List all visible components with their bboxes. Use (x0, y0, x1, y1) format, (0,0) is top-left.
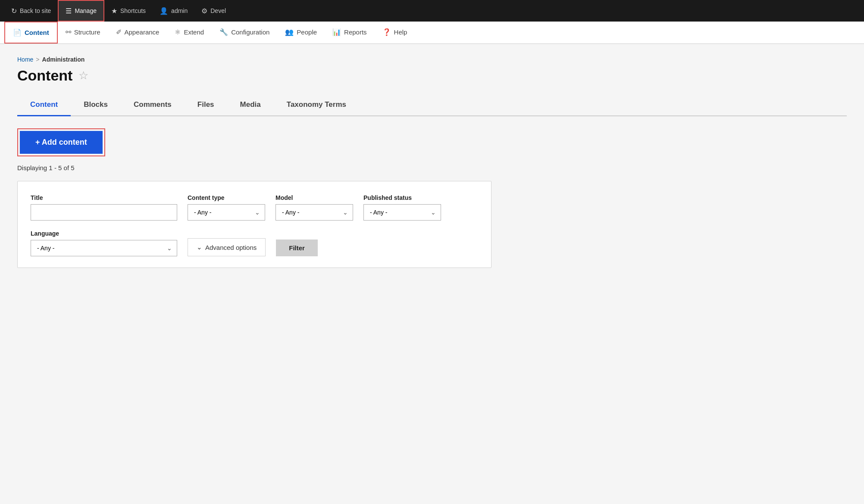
content-icon: 📄 (13, 28, 22, 37)
breadcrumb: Home > Administration (17, 56, 847, 63)
nav-extend[interactable]: ⚛ Extend (167, 22, 212, 44)
language-select-wrap: - Any - ⌄ (31, 240, 177, 256)
secondary-nav: 📄 Content ⚯ Structure ✐ Appearance ⚛ Ext… (0, 22, 864, 44)
tab-taxonomy-terms[interactable]: Taxonomy Terms (274, 96, 359, 116)
published-status-select-wrap: - Any - ⌄ (363, 204, 441, 221)
content-type-label: Content type (188, 194, 265, 201)
displaying-count: Displaying 1 - 5 of 5 (17, 164, 847, 171)
breadcrumb-current: Administration (42, 56, 85, 63)
nav-appearance[interactable]: ✐ Appearance (108, 22, 167, 44)
content-type-select[interactable]: - Any - (188, 204, 265, 221)
page-title-row: Content ☆ (17, 67, 847, 84)
reports-icon: 📊 (332, 28, 341, 36)
star-icon: ★ (111, 7, 117, 15)
shortcuts-btn[interactable]: ★ Shortcuts (104, 0, 153, 22)
published-status-filter-field: Published status - Any - ⌄ (363, 194, 441, 221)
extend-icon: ⚛ (175, 28, 181, 36)
filter-box: Title Content type - Any - ⌄ Model - An (17, 181, 491, 268)
tab-media[interactable]: Media (227, 96, 274, 116)
tab-content[interactable]: Content (17, 96, 71, 116)
model-filter-field: Model - Any - ⌄ (275, 194, 353, 221)
main-content: Home > Administration Content ☆ Content … (0, 44, 864, 504)
appearance-icon: ✐ (116, 28, 122, 36)
menu-icon: ☰ (66, 7, 72, 15)
model-select[interactable]: - Any - (275, 204, 353, 221)
content-type-select-wrap: - Any - ⌄ (188, 204, 265, 221)
breadcrumb-separator: > (36, 56, 39, 63)
devel-btn[interactable]: ⚙ Devel (194, 0, 233, 22)
add-content-button[interactable]: + Add content (20, 131, 103, 154)
nav-configuration[interactable]: 🔧 Configuration (212, 22, 277, 44)
model-select-wrap: - Any - ⌄ (275, 204, 353, 221)
filter-row-1: Title Content type - Any - ⌄ Model - An (31, 194, 478, 221)
title-input[interactable] (31, 204, 177, 221)
manage-btn[interactable]: ☰ Manage (58, 0, 104, 22)
language-select[interactable]: - Any - (31, 240, 177, 256)
structure-icon: ⚯ (66, 28, 71, 36)
title-label: Title (31, 194, 177, 201)
admin-user-btn[interactable]: 👤 admin (153, 0, 194, 22)
language-label: Language (31, 230, 177, 237)
people-icon: 👥 (285, 28, 294, 36)
add-content-wrapper: + Add content (17, 128, 105, 156)
language-filter-field: Language - Any - ⌄ (31, 230, 177, 256)
title-filter-field: Title (31, 194, 177, 221)
help-icon: ❓ (382, 28, 391, 36)
filter-button[interactable]: Filter (276, 240, 318, 256)
tab-blocks[interactable]: Blocks (71, 96, 121, 116)
nav-help[interactable]: ❓ Help (375, 22, 415, 44)
admin-bar: ↻ Back to site ☰ Manage ★ Shortcuts 👤 ad… (0, 0, 864, 22)
back-to-site-btn[interactable]: ↻ Back to site (4, 0, 58, 22)
published-status-label: Published status (363, 194, 441, 201)
nav-reports[interactable]: 📊 Reports (325, 22, 375, 44)
nav-people[interactable]: 👥 People (277, 22, 325, 44)
user-icon: 👤 (160, 7, 168, 15)
bookmark-star-icon[interactable]: ☆ (78, 69, 88, 82)
tab-files[interactable]: Files (185, 96, 227, 116)
nav-structure[interactable]: ⚯ Structure (58, 22, 108, 44)
back-icon: ↻ (11, 7, 17, 15)
published-status-select[interactable]: - Any - (363, 204, 441, 221)
filter-row-2: Language - Any - ⌄ ⌄ Advanced options Fi… (31, 230, 478, 256)
model-label: Model (275, 194, 353, 201)
page-title: Content (17, 67, 72, 84)
nav-content[interactable]: 📄 Content (4, 22, 58, 44)
advanced-options-button[interactable]: ⌄ Advanced options (188, 238, 266, 256)
advanced-options-chevron-icon: ⌄ (197, 243, 202, 251)
gear-icon: ⚙ (201, 7, 207, 15)
content-tabs: Content Blocks Comments Files Media Taxo… (17, 96, 847, 116)
content-type-filter-field: Content type - Any - ⌄ (188, 194, 265, 221)
configuration-icon: 🔧 (219, 28, 228, 36)
tab-comments[interactable]: Comments (121, 96, 185, 116)
breadcrumb-home[interactable]: Home (17, 56, 33, 63)
